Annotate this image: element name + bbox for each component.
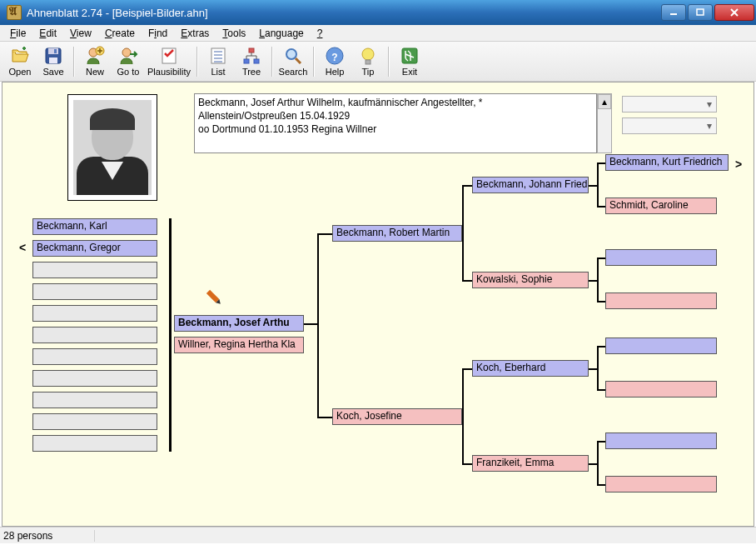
bulb-icon — [358, 46, 378, 66]
child-box-empty[interactable] — [32, 262, 157, 278]
svg-rect-5 — [48, 48, 58, 54]
greatgrandparent-box[interactable]: Schmidt, Caroline — [605, 198, 717, 214]
mother-box[interactable]: Koch, Josefine — [332, 408, 462, 425]
child-box-empty[interactable] — [32, 413, 157, 430]
search-button[interactable]: Search — [276, 44, 310, 79]
toolbar-separator — [271, 47, 273, 77]
svg-point-10 — [122, 48, 131, 57]
goto-button[interactable]: Go to — [112, 44, 145, 79]
svg-rect-19 — [254, 59, 259, 63]
greatgrandparent-box-empty[interactable] — [605, 432, 717, 449]
list-icon — [208, 46, 228, 66]
floppy-icon — [43, 46, 63, 66]
menubar: File Edit View Create Find Extras Tools … — [0, 25, 756, 42]
scroll-up-button[interactable]: ▴ — [598, 94, 611, 109]
minimize-button[interactable] — [661, 4, 686, 21]
greatgrandparent-box-empty[interactable] — [605, 292, 717, 309]
goto-label: Go to — [117, 67, 140, 77]
menu-extras[interactable]: Extras — [174, 26, 216, 41]
toolbar: Open Save New Go to Plausibility List Tr… — [0, 42, 756, 82]
filter-dropdown-1[interactable]: ▾ — [622, 96, 717, 112]
exit-label: Exit — [402, 67, 417, 77]
greatgrandparent-box-empty[interactable] — [605, 476, 717, 492]
greatgrandparent-box-empty[interactable] — [605, 249, 717, 266]
menu-help[interactable]: ? — [311, 26, 330, 41]
proband-box[interactable]: Beckmann, Josef Arthu — [174, 315, 304, 332]
info-line: Allenstein/Ostpreußen 15.04.1929 — [198, 109, 593, 122]
plausibility-label: Plausibility — [147, 67, 191, 77]
child-box-empty[interactable] — [32, 283, 157, 300]
help-icon: ? — [325, 46, 345, 66]
tree-label: Tree — [242, 67, 261, 77]
menu-file[interactable]: File — [3, 26, 32, 41]
child-box-empty[interactable] — [32, 392, 157, 408]
save-label: Save — [42, 67, 63, 77]
child-box-empty[interactable] — [32, 370, 157, 387]
search-label: Search — [279, 67, 308, 77]
toolbar-separator — [73, 47, 75, 77]
tip-label: Tip — [362, 67, 375, 77]
close-button[interactable] — [714, 4, 754, 21]
grandfather-paternal-box[interactable]: Beckmann, Johann Friedr — [472, 177, 589, 193]
toolbar-separator — [196, 47, 198, 77]
menu-find[interactable]: Find — [142, 26, 174, 41]
grandmother-maternal-box[interactable]: Franzikeit, Emma — [472, 455, 589, 472]
exit-button[interactable]: Exit — [393, 44, 426, 79]
person-photo — [73, 100, 152, 195]
toolbar-separator — [313, 47, 315, 77]
chevron-down-icon: ▾ — [703, 120, 716, 132]
pencil-icon[interactable] — [206, 282, 230, 305]
new-button[interactable]: New — [78, 44, 112, 79]
exit-icon — [400, 46, 420, 66]
person-new-icon — [85, 46, 105, 66]
new-label: New — [86, 67, 104, 77]
checklist-icon — [159, 46, 179, 66]
grandmother-paternal-box[interactable]: Kowalski, Sophie — [472, 272, 589, 288]
help-button[interactable]: ? Help — [318, 44, 351, 79]
save-button[interactable]: Save — [37, 44, 70, 79]
svg-rect-1 — [697, 9, 704, 15]
child-box-empty[interactable] — [32, 327, 157, 343]
nav-left-arrow[interactable]: < — [19, 241, 26, 254]
toolbar-separator — [388, 47, 390, 77]
info-scrollbar[interactable]: ▴ — [597, 93, 612, 153]
spouse-box[interactable]: Willner, Regina Hertha Kla — [174, 337, 304, 353]
app-icon — [7, 5, 22, 20]
child-box[interactable]: Beckmann, Karl — [32, 218, 157, 235]
greatgrandparent-box-empty[interactable] — [605, 338, 717, 354]
open-button[interactable]: Open — [3, 44, 37, 79]
info-line: Beckmann, Josef Arthur Wilhelm, kaufmänn… — [198, 96, 593, 109]
tree-icon — [241, 46, 261, 66]
list-button[interactable]: List — [201, 44, 235, 79]
svg-rect-7 — [54, 49, 57, 53]
filter-dropdown-2[interactable]: ▾ — [622, 118, 717, 134]
child-box-empty[interactable] — [32, 305, 157, 322]
menu-create[interactable]: Create — [98, 26, 142, 41]
svg-point-20 — [286, 49, 296, 59]
nav-right-arrow[interactable]: > — [735, 158, 742, 171]
menu-view[interactable]: View — [63, 26, 98, 41]
tree-button[interactable]: Tree — [235, 44, 268, 79]
greatgrandparent-box[interactable]: Beckmann, Kurt Friedrich — [605, 154, 729, 171]
person-photo-frame[interactable] — [67, 94, 157, 201]
menu-language[interactable]: Language — [252, 26, 310, 41]
svg-rect-25 — [366, 60, 371, 64]
father-box[interactable]: Beckmann, Robert Martin — [332, 225, 462, 242]
open-label: Open — [9, 67, 32, 77]
child-box-empty[interactable] — [32, 435, 157, 452]
status-persons: 28 persons — [3, 530, 95, 542]
greatgrandparent-box-empty[interactable] — [605, 381, 717, 398]
svg-rect-6 — [49, 58, 57, 63]
window-title: Ahnenblatt 2.74 - [Beispiel-Bilder.ahn] — [27, 7, 659, 19]
menu-edit[interactable]: Edit — [32, 26, 63, 41]
menu-tools[interactable]: Tools — [216, 26, 252, 41]
child-box[interactable]: Beckmann, Gregor — [32, 240, 157, 257]
child-box-empty[interactable] — [32, 348, 157, 365]
status-bar: 28 persons — [0, 527, 756, 543]
folder-open-icon — [10, 46, 30, 66]
plausibility-button[interactable]: Plausibility — [145, 44, 193, 79]
maximize-button[interactable] — [688, 4, 713, 21]
grandfather-maternal-box[interactable]: Koch, Eberhard — [472, 360, 589, 377]
tip-button[interactable]: Tip — [351, 44, 385, 79]
tree-canvas: Beckmann, Josef Arthur Wilhelm, kaufmänn… — [2, 82, 754, 527]
